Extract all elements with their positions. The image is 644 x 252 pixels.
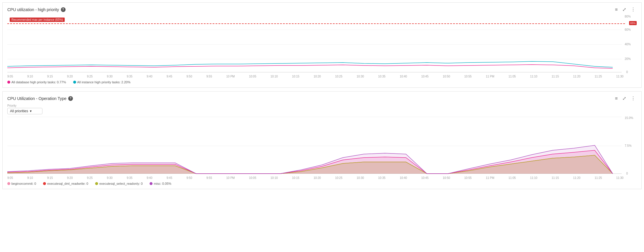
legend-item-misc: misc: 0.05%: [150, 182, 171, 185]
panel1-expand-btn[interactable]: ⤢: [621, 6, 627, 13]
panel1-more-btn[interactable]: ⋮: [630, 6, 637, 13]
panel1-header: CPU utilization - high priority ? ≡ ⤢ ⋮: [7, 6, 637, 13]
panel2-legend-btn[interactable]: ≡: [614, 95, 619, 102]
svg-text:40%: 40%: [625, 43, 631, 46]
legend-label-readonly: executesql_select_readonly: 0: [99, 182, 143, 185]
priority-filter: Priority All priorities ▾: [7, 104, 637, 114]
svg-text:0: 0: [626, 172, 628, 175]
panel2-expand-btn[interactable]: ⤢: [621, 95, 627, 102]
panel-cpu-operation-type: CPU Utilization - Operation Type ? ≡ ⤢ ⋮…: [2, 91, 642, 189]
panel1-chart-svg: 80% 60% 40% 20% 0: [7, 15, 637, 74]
panel1-legend: All database high priority tasks: 0.77% …: [7, 80, 637, 84]
panel2-x-axis: 9:05 9:10 9:15 9:20 9:25 9:30 9:35 9:40 …: [7, 175, 637, 179]
priority-value: All priorities: [10, 109, 28, 113]
svg-text:80%: 80%: [625, 15, 631, 18]
legend-item-db: All database high priority tasks: 0.77%: [7, 80, 66, 84]
svg-text:20%: 20%: [625, 57, 631, 61]
legend-label-beginorcommit: beginorcommit: 0: [11, 182, 36, 185]
priority-filter-label: Priority: [7, 104, 637, 107]
legend-label-instance: All instance high priority tasks: 2.20%: [77, 80, 131, 84]
legend-dot-misc: [150, 182, 153, 185]
legend-item-dml: executesql_dml_readwrite: 0: [43, 182, 88, 185]
panel2-title: CPU Utilization - Operation Type: [7, 96, 66, 101]
legend-label-db: All database high priority tasks: 0.77%: [11, 80, 66, 84]
panel2-chart-container: 15.0% 7.5% 0: [7, 117, 637, 175]
panel2-actions: ≡ ⤢ ⋮: [614, 95, 637, 102]
panel2-title-area: CPU Utilization - Operation Type ?: [7, 96, 73, 101]
panel2-legend: beginorcommit: 0 executesql_dml_readwrit…: [7, 182, 637, 185]
legend-item-readonly: executesql_select_readonly: 0: [95, 182, 143, 185]
panel1-title-area: CPU utilization - high priority ?: [7, 7, 66, 12]
panel2-help-icon[interactable]: ?: [68, 96, 73, 101]
panel1-chart-container: Recommended max per instance (65%) 65% 8…: [7, 15, 637, 74]
panel1-title: CPU utilization - high priority: [7, 7, 59, 12]
svg-text:0: 0: [626, 70, 628, 74]
recommended-label: Recommended max per instance (65%): [10, 18, 65, 22]
legend-item-beginorcommit: beginorcommit: 0: [7, 182, 36, 185]
chevron-down-icon: ▾: [30, 109, 32, 113]
legend-dot-beginorcommit: [7, 182, 10, 185]
recommended-line: [7, 23, 625, 24]
svg-text:7.5%: 7.5%: [625, 144, 631, 147]
legend-dot-dml: [43, 182, 46, 185]
panel1-x-axis: 9:05 9:10 9:15 9:20 9:25 9:30 9:35 9:40 …: [7, 74, 637, 78]
priority-select[interactable]: All priorities ▾: [7, 108, 42, 114]
panel2-more-btn[interactable]: ⋮: [630, 95, 637, 102]
recommended-badge: 65%: [629, 21, 637, 25]
panel1-legend-btn[interactable]: ≡: [614, 6, 619, 13]
legend-item-instance: All instance high priority tasks: 2.20%: [73, 80, 131, 84]
legend-dot-readonly: [95, 182, 98, 185]
svg-text:60%: 60%: [625, 28, 631, 31]
panel2-chart-svg: 15.0% 7.5% 0: [7, 117, 637, 175]
legend-label-misc: misc: 0.05%: [154, 182, 171, 185]
panel2-header: CPU Utilization - Operation Type ? ≡ ⤢ ⋮: [7, 95, 637, 102]
svg-text:15.0%: 15.0%: [625, 117, 633, 120]
legend-dot-db: [7, 81, 10, 84]
panel-cpu-high-priority: CPU utilization - high priority ? ≡ ⤢ ⋮ …: [2, 2, 642, 88]
legend-dot-instance: [73, 81, 76, 84]
panel1-help-icon[interactable]: ?: [61, 7, 66, 12]
legend-label-dml: executesql_dml_readwrite: 0: [47, 182, 88, 185]
panel1-actions: ≡ ⤢ ⋮: [614, 6, 637, 13]
